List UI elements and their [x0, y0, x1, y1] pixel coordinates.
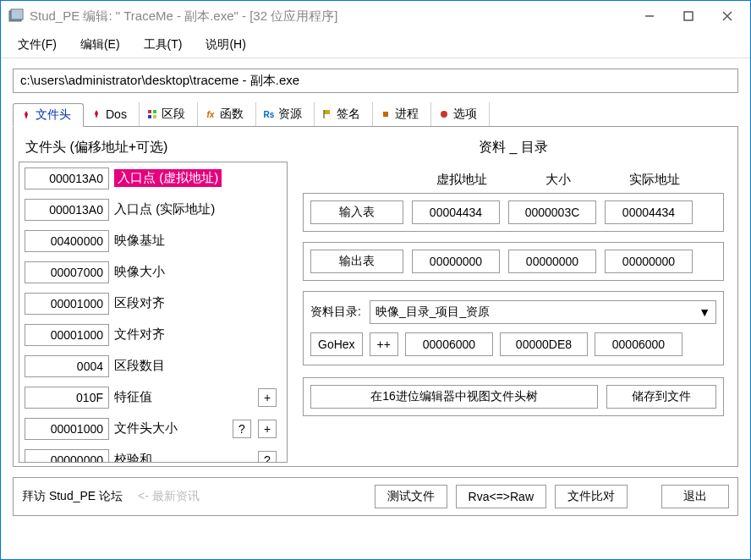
header-row[interactable]: 000013A0入口点 (实际地址) [19, 194, 287, 225]
exit-button[interactable]: 退出 [661, 485, 729, 508]
hex-value: 000013A0 [25, 167, 109, 189]
col-ra: 实际地址 [612, 172, 697, 188]
forum-link[interactable]: 拜访 Stud_PE 论坛 [22, 489, 123, 504]
export-va: 00000000 [412, 250, 500, 273]
plus-plus-button[interactable]: ++ [370, 332, 398, 356]
svg-rect-7 [153, 110, 156, 113]
chevron-down-icon: ▼ [699, 305, 710, 319]
tab-label: 区段 [162, 107, 185, 122]
header-row[interactable]: 00000000校验和? [19, 444, 287, 462]
left-panel-title: 文件头 (偏移地址+可选) [25, 139, 288, 156]
svg-rect-10 [324, 110, 330, 114]
hex-value: 010F [25, 387, 109, 409]
svg-rect-3 [684, 12, 693, 20]
view-tree-button[interactable]: 在16进位编辑器中视图文件头树 [310, 385, 598, 409]
import-ra: 00004434 [605, 200, 693, 224]
header-row[interactable]: 0004区段数目 [19, 350, 287, 382]
hex-value: 00400000 [25, 230, 109, 252]
row-label: 映像大小 [114, 264, 165, 280]
row-label: 入口点 (虚拟地址) [114, 169, 222, 187]
tab-signature[interactable]: 签名 [315, 102, 373, 126]
rs-icon: Rs [263, 108, 275, 120]
close-button[interactable] [708, 3, 747, 30]
tab-header[interactable]: 文件头 [13, 103, 84, 127]
tab-dos[interactable]: Dos [84, 102, 140, 126]
row-label: 校验和 [114, 452, 152, 462]
action-row: 在16进位编辑器中视图文件头树 储存到文件 [303, 377, 724, 416]
row-label: 文件对齐 [114, 327, 165, 343]
test-file-button[interactable]: 测试文件 [375, 485, 447, 508]
directory-box: 资料目录: 映像_目录_项目_资原 ▼ GoHex ++ 00006000 00… [303, 291, 724, 365]
hex-value: 000013A0 [25, 199, 109, 221]
flag-icon [321, 108, 333, 120]
svg-rect-6 [148, 110, 151, 113]
hex-value: 00000000 [25, 449, 109, 463]
tab-process[interactable]: 进程 [373, 102, 431, 126]
tab-options[interactable]: 选项 [431, 102, 490, 126]
dir-v2: 00000DE8 [500, 332, 588, 356]
import-button[interactable]: 输入表 [310, 200, 403, 224]
gohex-button[interactable]: GoHex [310, 332, 363, 356]
header-row[interactable]: 00400000映像基址 [19, 225, 287, 256]
menubar: 文件(F) 编辑(E) 工具(T) 说明(H) [1, 31, 750, 58]
menu-file[interactable]: 文件(F) [11, 34, 63, 56]
help-button[interactable]: ? [233, 420, 251, 438]
header-row[interactable]: 00001000文件对齐 [19, 319, 287, 350]
tab-bar: 文件头 Dos 区段 fx函数 Rs资源 签名 进程 选项 [13, 102, 738, 127]
plus-button[interactable]: + [258, 420, 277, 438]
import-va: 00004434 [412, 200, 500, 224]
tab-sections[interactable]: 区段 [140, 102, 198, 126]
dir-v1: 00006000 [405, 332, 493, 356]
tab-label: 文件头 [36, 107, 71, 123]
tab-label: 签名 [337, 107, 360, 122]
maximize-button[interactable] [669, 3, 708, 30]
header-row[interactable]: 010F特征值+ [19, 382, 287, 413]
hex-value: 00007000 [25, 261, 109, 283]
save-file-button[interactable]: 储存到文件 [606, 385, 716, 409]
app-icon [8, 8, 25, 25]
header-list-scroll[interactable]: 000013A0入口点 (虚拟地址)000013A0入口点 (实际地址)0040… [19, 162, 287, 462]
export-button[interactable]: 输出表 [310, 250, 403, 273]
help-button[interactable]: ? [258, 451, 277, 463]
row-label: 文件头大小 [114, 420, 178, 436]
tab-label: 函数 [220, 107, 244, 122]
plus-button[interactable]: + [258, 388, 277, 407]
menu-tools[interactable]: 工具(T) [137, 34, 189, 56]
header-row[interactable]: 00001000区段对齐 [19, 288, 287, 319]
minimize-button[interactable] [630, 3, 669, 30]
footer-bar: 拜访 Stud_PE 论坛 <- 最新资讯 测试文件 Rva<=>Raw 文件比… [13, 477, 738, 516]
pin-icon [90, 108, 102, 120]
tab-functions[interactable]: fx函数 [198, 102, 256, 126]
export-size: 00000000 [508, 250, 596, 273]
import-row: 输入表 00004434 0000003C 00004434 [303, 193, 724, 232]
fx-icon: fx [205, 108, 217, 120]
col-va: 虚拟地址 [419, 172, 504, 188]
chip-icon [380, 108, 392, 120]
row-label: 区段对齐 [114, 295, 165, 311]
export-ra: 00000000 [605, 250, 693, 273]
menu-help[interactable]: 说明(H) [199, 34, 252, 56]
main-panel: 文件头 (偏移地址+可选) 000013A0入口点 (虚拟地址)000013A0… [13, 127, 738, 467]
hex-value: 00001000 [25, 418, 109, 440]
rva-raw-button[interactable]: Rva<=>Raw [456, 485, 546, 508]
svg-point-13 [441, 111, 447, 118]
header-row[interactable]: 00007000映像大小 [19, 256, 287, 288]
tab-label: 选项 [453, 107, 477, 122]
menu-edit[interactable]: 编辑(E) [74, 34, 127, 56]
gear-icon [438, 108, 450, 120]
directory-combo[interactable]: 映像_目录_项目_资原 ▼ [370, 300, 716, 324]
svg-rect-1 [11, 9, 23, 19]
tab-resources[interactable]: Rs资源 [256, 102, 315, 126]
row-label: 特征值 [114, 389, 152, 405]
grid-icon [146, 108, 158, 120]
titlebar: Stud_PE 编辑: " TraceMe - 副本.exe" - [32 位应… [1, 1, 750, 31]
header-row[interactable]: 000013A0入口点 (虚拟地址) [19, 162, 287, 194]
header-row[interactable]: 00001000文件头大小?+ [19, 413, 287, 444]
columns-header: 虚拟地址 大小 实际地址 [419, 172, 724, 188]
col-size: 大小 [516, 172, 600, 188]
compare-button[interactable]: 文件比对 [555, 485, 628, 508]
pin-icon [20, 109, 32, 121]
row-label: 入口点 (实际地址) [114, 201, 215, 217]
dir-v3: 00006000 [595, 332, 682, 356]
hex-value: 00001000 [25, 293, 109, 315]
